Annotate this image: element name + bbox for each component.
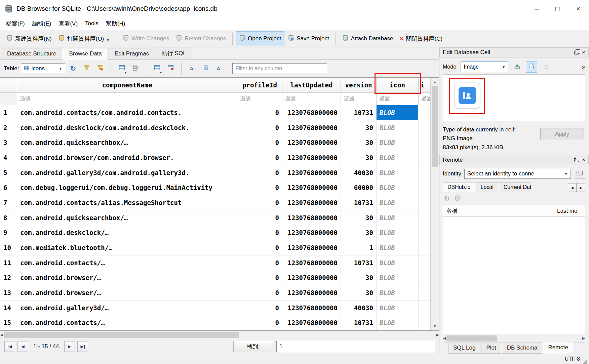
menu-help[interactable]: 幫助(H)	[102, 17, 129, 30]
cell-icon[interactable]: BLOB	[377, 255, 419, 270]
cell-componentName[interactable]: com.android.browser/…	[17, 270, 237, 285]
cell-icon[interactable]: BLOB	[377, 270, 419, 285]
new-database-button[interactable]: 新建資料庫(N)	[3, 31, 55, 46]
cell-version[interactable]: 60000	[341, 180, 377, 195]
goto-record-input[interactable]	[276, 341, 435, 352]
cell-extra[interactable]	[419, 255, 430, 270]
horizontal-scroll-thumb[interactable]	[4, 332, 239, 338]
cell-componentName[interactable]: com.mediatek.bluetooth/…	[17, 240, 237, 255]
row-number[interactable]: 2	[0, 120, 17, 135]
cell-profileId[interactable]: 0	[237, 300, 282, 315]
cell-lastUpdated[interactable]: 1230768000000	[282, 285, 341, 300]
row-number[interactable]: 5	[0, 165, 17, 180]
tab-scroll-right-icon[interactable]: ▶	[577, 183, 585, 192]
cell-lastUpdated[interactable]: 1230768000000	[282, 195, 341, 210]
cell-componentName[interactable]: com.android.gallery3d/com.android.galler…	[17, 165, 237, 180]
cell-icon[interactable]: BLOB	[377, 195, 419, 210]
cell-profileId[interactable]: 0	[237, 285, 282, 300]
tab-database-structure[interactable]: Database Structure	[1, 48, 62, 59]
column-header-componentName[interactable]: componentName	[17, 78, 237, 92]
attach-database-button[interactable]: Attach Database	[339, 31, 397, 46]
close-panel-icon[interactable]: ×	[582, 157, 585, 163]
cell-extra[interactable]	[419, 210, 430, 225]
cell-version[interactable]: 30	[341, 225, 377, 240]
cell-profileId[interactable]: 0	[237, 180, 282, 195]
cell-componentName[interactable]: com.android.quicksearchbox/…	[17, 210, 237, 225]
cell-extra[interactable]	[419, 105, 430, 120]
open-database-button[interactable]: 打開資料庫(O) ▼	[55, 31, 113, 46]
row-number[interactable]: 3	[0, 135, 17, 150]
tab-scroll-left-icon[interactable]: ◀	[568, 183, 577, 192]
cell-version[interactable]: 30	[341, 285, 377, 300]
cell-lastUpdated[interactable]: 1230768000000	[282, 180, 341, 195]
cell-version[interactable]: 10731	[341, 105, 377, 120]
cell-profileId[interactable]: 0	[237, 315, 282, 330]
filter-any-column-input[interactable]	[232, 63, 327, 74]
cell-icon[interactable]: BLOB	[377, 120, 419, 135]
next-page-button[interactable]: ▶	[64, 341, 75, 352]
remote-scroll-thumb[interactable]	[446, 335, 497, 341]
cell-extra[interactable]	[419, 285, 430, 300]
cell-componentName[interactable]: com.android.browser/…	[17, 285, 237, 300]
identity-certificate-button[interactable]	[574, 169, 585, 179]
cell-lastUpdated[interactable]: 1230768000000	[282, 120, 341, 135]
cell-profileId[interactable]: 0	[237, 105, 282, 120]
open-database-dropdown-icon[interactable]: ▼	[106, 38, 110, 43]
cell-extra[interactable]	[419, 240, 430, 255]
remote-tab-current-database[interactable]: Current Dat	[499, 182, 532, 192]
cell-componentName[interactable]: com.android.deskclock/com.android.deskcl…	[17, 120, 237, 135]
filter-profileId[interactable]: 過濾	[237, 93, 282, 105]
cell-version[interactable]: 40030	[341, 165, 377, 180]
filter-componentName[interactable]: 過濾	[17, 93, 237, 105]
revert-changes-button[interactable]: Revert Changes	[172, 31, 229, 46]
close-panel-icon[interactable]: ×	[582, 49, 585, 56]
cell-extra[interactable]	[419, 180, 430, 195]
filter-version[interactable]: 過濾	[341, 93, 377, 105]
cell-componentName[interactable]: com.android.browser/com.android.browser.	[17, 150, 237, 165]
tab-browse-data[interactable]: Browse Data	[63, 48, 108, 60]
cell-profileId[interactable]: 0	[237, 195, 282, 210]
cell-version[interactable]: 40030	[341, 300, 377, 315]
cell-icon[interactable]: BLOB	[377, 105, 419, 120]
cell-lastUpdated[interactable]: 1230768000000	[282, 270, 341, 285]
previous-page-button[interactable]: ◀	[17, 341, 28, 352]
row-number[interactable]: 14	[0, 300, 17, 315]
cell-version[interactable]: 30	[341, 135, 377, 150]
cell-componentName[interactable]: com.debug.loggerui/com.debug.loggerui.Ma…	[17, 180, 237, 195]
cell-extra[interactable]	[419, 120, 430, 135]
column-header-partial[interactable]: i	[419, 78, 430, 92]
cell-lastUpdated[interactable]: 1230768000000	[282, 210, 341, 225]
cell-lastUpdated[interactable]: 1230768000000	[282, 315, 341, 330]
last-page-button[interactable]: ▶	[77, 341, 88, 352]
row-number[interactable]: 4	[0, 150, 17, 165]
remote-name-header[interactable]: 名稱	[443, 205, 554, 216]
close-database-button[interactable]: × 關閉資料庫(C)	[396, 32, 446, 46]
cell-lastUpdated[interactable]: 1230768000000	[282, 300, 341, 315]
cell-componentName[interactable]: com.android.contacts/alias.MessageShortc…	[17, 195, 237, 210]
resize-grip[interactable]	[583, 359, 587, 364]
import-data-button[interactable]	[511, 61, 523, 73]
cell-icon[interactable]: BLOB	[377, 150, 419, 165]
refresh-button[interactable]: ↻	[67, 63, 79, 74]
cell-lastUpdated[interactable]: 1230768000000	[282, 165, 341, 180]
scroll-left-icon[interactable]: ◀	[0, 331, 3, 339]
identity-select[interactable]: Select an identity to conne ▼	[464, 169, 571, 179]
apply-button[interactable]: Apply	[540, 128, 584, 140]
cell-version[interactable]: 30	[341, 120, 377, 135]
cell-extra[interactable]	[419, 165, 430, 180]
toolbar-overflow-button[interactable]: »	[582, 63, 585, 71]
cell-extra[interactable]	[419, 315, 430, 330]
first-page-button[interactable]: ◀	[4, 341, 15, 352]
cell-extra[interactable]	[419, 150, 430, 165]
cell-icon[interactable]: BLOB	[377, 315, 419, 330]
cell-profileId[interactable]: 0	[237, 210, 282, 225]
tab-edit-pragmas[interactable]: Edit Pragmas	[109, 48, 155, 59]
save-filter-button[interactable]	[94, 63, 106, 74]
row-number[interactable]: 11	[0, 255, 17, 270]
column-header-profileId[interactable]: profileId	[237, 78, 282, 92]
open-project-button[interactable]: Open Project	[236, 31, 284, 46]
column-header-icon[interactable]: icon	[377, 78, 419, 92]
cell-componentName[interactable]: com.android.deskclock/…	[17, 225, 237, 240]
cell-extra[interactable]	[419, 270, 430, 285]
cell-extra[interactable]	[419, 225, 430, 240]
